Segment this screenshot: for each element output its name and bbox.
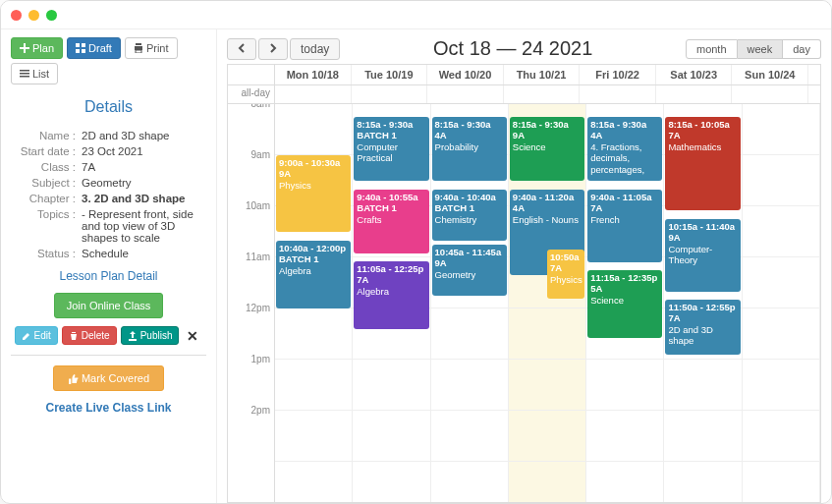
chevron-right-icon xyxy=(269,43,277,53)
event-fri-frac[interactable]: 8:15a - 9:30a 4A 4. Fractions, decimals,… xyxy=(587,117,662,181)
svg-rect-5 xyxy=(136,43,141,45)
event-mon-physics[interactable]: 9:00a - 10:30a 9A Physics xyxy=(276,155,351,232)
event-tue-algebra[interactable]: 11:05a - 12:25p 7A Algebra xyxy=(354,261,428,329)
day-col-tue[interactable]: 8:15a - 9:30a BATCH 1 Computer Practical… xyxy=(353,104,430,502)
trash-icon xyxy=(69,331,79,341)
hour-9am: 9am xyxy=(228,149,274,200)
plan-button[interactable]: Plan xyxy=(11,37,63,59)
day-head-sat[interactable]: Sat 10/23 xyxy=(656,65,733,84)
sidebar: Plan Draft Print List Details Name : xyxy=(1,29,217,503)
draft-label: Draft xyxy=(88,42,112,54)
draft-button[interactable]: Draft xyxy=(67,37,121,59)
allday-label: all-day xyxy=(228,85,275,103)
delete-button[interactable]: Delete xyxy=(62,326,117,345)
event-wed-geom[interactable]: 10:45a - 11:45a 9A Geometry xyxy=(432,245,507,296)
view-month-button[interactable]: month xyxy=(686,39,738,59)
list-icon xyxy=(20,69,29,79)
separator xyxy=(11,355,206,356)
event-sat-2d3d[interactable]: 11:50a - 12:55p 7A 2D and 3D shape xyxy=(665,300,740,355)
pencil-icon xyxy=(22,331,31,341)
day-head-thu[interactable]: Thu 10/21 xyxy=(504,65,581,84)
print-icon xyxy=(134,43,143,53)
list-button[interactable]: List xyxy=(11,63,58,84)
svg-rect-0 xyxy=(76,43,80,47)
event-sat-math[interactable]: 8:15a - 10:05a 7A Mathematics xyxy=(665,117,740,210)
window-minimize-dot[interactable] xyxy=(28,10,39,21)
detail-name: Name : 2D and 3D shape xyxy=(11,130,206,141)
detail-class: Class : 7A xyxy=(11,161,206,173)
thumbs-up-icon xyxy=(68,373,79,384)
detail-topics: Topics : - Represent front, side and top… xyxy=(11,208,206,244)
create-live-class-link[interactable]: Create Live Class Link xyxy=(11,401,206,415)
view-day-button[interactable]: day xyxy=(783,39,821,59)
day-head-fri[interactable]: Fri 10/22 xyxy=(580,65,656,84)
day-head-wed[interactable]: Wed 10/20 xyxy=(427,65,504,84)
hour-11am: 11am xyxy=(228,252,274,303)
calendar-title: Oct 18 — 24 2021 xyxy=(433,37,592,60)
next-button[interactable] xyxy=(258,38,288,60)
day-header-row: Mon 10/18 Tue 10/19 Wed 10/20 Thu 10/21 … xyxy=(228,65,820,85)
print-button[interactable]: Print xyxy=(125,37,178,59)
plus-icon xyxy=(20,43,29,53)
window-zoom-dot[interactable] xyxy=(46,10,57,21)
hour-1pm: 1pm xyxy=(228,354,274,405)
event-wed-chem[interactable]: 9:40a - 10:40a BATCH 1 Chemistry xyxy=(432,190,507,241)
event-tue-crafts[interactable]: 9:40a - 10:55a BATCH 1 Crafts xyxy=(354,190,428,253)
svg-rect-8 xyxy=(20,73,29,75)
close-icon[interactable]: ✕ xyxy=(183,328,202,344)
event-mon-algebra[interactable]: 10:40a - 12:00p BATCH 1 Algebra xyxy=(276,241,351,308)
print-label: Print xyxy=(146,42,169,54)
event-thu-sci[interactable]: 8:15a - 9:30a 9A Science xyxy=(510,117,584,181)
svg-rect-2 xyxy=(76,49,80,53)
day-col-mon[interactable]: 9:00a - 10:30a 9A Physics 10:40a - 12:00… xyxy=(275,104,353,502)
join-online-class-button[interactable]: Join Online Class xyxy=(54,293,164,318)
detail-startdate: Start date : 23 Oct 2021 xyxy=(11,145,206,157)
day-col-sat[interactable]: 8:15a - 10:05a 7A Mathematics 10:15a - 1… xyxy=(664,104,742,502)
details-title: Details xyxy=(11,92,206,126)
detail-chapter: Chapter : 3. 2D and 3D shape xyxy=(11,193,206,204)
detail-status: Status : Schedule xyxy=(11,248,206,259)
grid-icon xyxy=(76,43,85,53)
hour-8am: 8am xyxy=(228,104,274,149)
day-col-fri[interactable]: 8:15a - 9:30a 4A 4. Fractions, decimals,… xyxy=(586,104,664,502)
event-fri-sci[interactable]: 11:15a - 12:35p 5A Science xyxy=(587,270,662,338)
window-close-dot[interactable] xyxy=(11,10,22,21)
lesson-plan-link[interactable]: Lesson Plan Detail xyxy=(11,269,206,283)
mark-covered-button[interactable]: Mark Covered xyxy=(53,365,164,391)
publish-button[interactable]: Publish xyxy=(121,326,180,345)
window-titlebar xyxy=(1,1,831,28)
svg-rect-9 xyxy=(20,76,29,78)
event-tue-comp[interactable]: 8:15a - 9:30a BATCH 1 Computer Practical xyxy=(354,117,428,181)
event-sat-comp[interactable]: 10:15a - 11:40a 9A Computer-Theory xyxy=(665,219,740,292)
svg-rect-3 xyxy=(82,49,85,53)
upload-icon xyxy=(128,331,138,341)
hour-10am: 10am xyxy=(228,200,274,252)
day-head-tue[interactable]: Tue 10/19 xyxy=(352,65,428,84)
detail-subject: Subject : Geometry xyxy=(11,177,206,189)
calendar-body[interactable]: 8am 9am 10am 11am 12pm 1pm 2pm 9:0 xyxy=(228,104,820,502)
event-wed-prob[interactable]: 8:15a - 9:30a 4A Probability xyxy=(432,117,507,181)
svg-rect-1 xyxy=(82,43,85,47)
edit-button[interactable]: Edit xyxy=(15,326,58,345)
view-week-button[interactable]: week xyxy=(738,39,784,59)
list-label: List xyxy=(32,68,49,80)
svg-rect-7 xyxy=(20,70,29,72)
day-head-sun[interactable]: Sun 10/24 xyxy=(732,65,808,84)
event-fri-french[interactable]: 9:40a - 11:05a 7A French xyxy=(587,190,662,262)
allday-row: all-day xyxy=(228,85,820,104)
svg-rect-6 xyxy=(136,50,141,53)
day-col-wed[interactable]: 8:15a - 9:30a 4A Probability 9:40a - 10:… xyxy=(431,104,509,502)
day-col-thu[interactable]: 8:15a - 9:30a 9A Science 9:40a - 11:20a … xyxy=(509,104,586,502)
chevron-left-icon xyxy=(238,43,246,53)
event-thu-phys[interactable]: 10:50a 7A Physics xyxy=(547,250,584,299)
prev-button[interactable] xyxy=(227,38,256,60)
svg-rect-4 xyxy=(135,46,142,50)
hour-12pm: 12pm xyxy=(228,303,274,354)
today-button[interactable]: today xyxy=(290,38,340,60)
calendar: today Oct 18 — 24 2021 month week day Mo… xyxy=(217,29,831,503)
day-head-mon[interactable]: Mon 10/18 xyxy=(275,65,352,84)
hour-2pm: 2pm xyxy=(228,405,274,456)
plan-label: Plan xyxy=(32,42,54,54)
day-col-sun[interactable] xyxy=(743,104,820,502)
